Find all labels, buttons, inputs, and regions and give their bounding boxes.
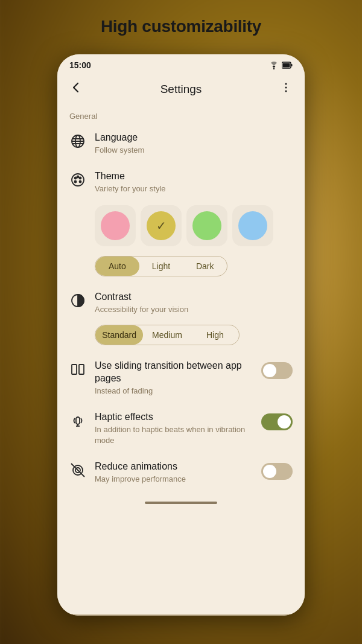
swatch-yellow-circle: ✓ — [147, 211, 176, 240]
color-swatches: ✓ — [57, 202, 305, 253]
contrast-item: Contrast Accessibility for your vision — [57, 284, 305, 322]
haptic-text: Haptic effects In addition to haptic bea… — [95, 411, 253, 446]
language-item[interactable]: Language Follow system — [57, 124, 305, 163]
swatch-pink-circle — [101, 211, 130, 240]
contrast-subtitle: Accessibility for your vision — [95, 304, 293, 315]
theme-light-btn[interactable]: Light — [139, 257, 183, 276]
swatch-yellow[interactable]: ✓ — [141, 205, 182, 246]
swatch-checkmark: ✓ — [156, 218, 167, 233]
more-button[interactable] — [277, 78, 295, 100]
globe-icon — [69, 133, 86, 150]
animations-toggle-knob — [263, 465, 276, 478]
theme-item: Theme Variety for your style — [57, 163, 305, 202]
theme-dark-btn[interactable]: Dark — [183, 257, 227, 276]
sliding-text: Use sliding transition between app pages… — [95, 360, 253, 397]
svg-point-17 — [77, 176, 79, 177]
theme-auto-btn[interactable]: Auto — [95, 257, 139, 276]
svg-point-6 — [285, 91, 287, 92]
contrast-high-btn[interactable]: High — [191, 325, 239, 345]
status-icons — [269, 61, 293, 69]
swatch-green[interactable] — [186, 205, 227, 246]
page-title-area: High customizability — [0, 17, 362, 36]
svg-rect-19 — [72, 365, 77, 374]
svg-rect-2 — [291, 64, 293, 66]
language-title: Language — [95, 132, 293, 144]
animations-icon — [69, 462, 86, 479]
animations-toggle[interactable] — [261, 463, 293, 480]
battery-icon — [282, 62, 293, 69]
language-text: Language Follow system — [95, 132, 293, 156]
phone-frame: 15:00 Settings — [57, 54, 305, 616]
contrast-medium-btn[interactable]: Medium — [143, 325, 191, 345]
swatch-pink[interactable] — [95, 205, 136, 246]
sliding-toggle-knob — [263, 364, 276, 377]
contrast-title: Contrast — [95, 291, 293, 304]
page-title: High customizability — [101, 17, 261, 36]
haptic-icon — [69, 412, 86, 429]
svg-point-14 — [80, 177, 81, 179]
sliding-item: Use sliding transition between app pages… — [57, 352, 305, 404]
contrast-toggle[interactable]: Standard Medium High — [95, 325, 240, 345]
theme-text: Theme Variety for your style — [95, 170, 293, 194]
status-bar: 15:00 — [57, 54, 305, 74]
swatch-green-circle — [192, 211, 221, 240]
settings-title: Settings — [85, 83, 277, 96]
contrast-icon — [69, 292, 86, 309]
theme-title: Theme — [95, 170, 293, 183]
svg-point-0 — [273, 68, 275, 69]
section-general-label: General — [57, 107, 305, 124]
svg-point-4 — [285, 83, 287, 85]
contrast-text: Contrast Accessibility for your vision — [95, 291, 293, 315]
animations-text: Reduce animations May improve performanc… — [95, 461, 253, 485]
svg-rect-21 — [76, 417, 80, 424]
animations-item: Reduce animations May improve performanc… — [57, 453, 305, 492]
svg-rect-3 — [283, 63, 290, 68]
haptic-item: Haptic effects In addition to haptic bea… — [57, 404, 305, 453]
svg-point-5 — [285, 87, 287, 89]
svg-rect-20 — [79, 365, 84, 374]
pages-icon — [69, 361, 86, 378]
language-subtitle: Follow system — [95, 145, 293, 156]
haptic-title: Haptic effects — [95, 411, 253, 424]
svg-point-13 — [75, 177, 77, 179]
svg-point-16 — [80, 180, 81, 182]
sliding-title: Use sliding transition between app pages — [95, 360, 253, 385]
back-button[interactable] — [67, 78, 85, 100]
theme-toggle[interactable]: Auto Light Dark — [95, 256, 227, 276]
haptic-subtitle: In addition to haptic beats when in vibr… — [95, 424, 253, 446]
swatch-blue-circle — [238, 211, 267, 240]
haptic-toggle-knob — [278, 415, 291, 429]
contrast-standard-btn[interactable]: Standard — [95, 325, 143, 345]
swatch-blue[interactable] — [232, 205, 273, 246]
bottom-indicator — [145, 502, 217, 504]
haptic-toggle[interactable] — [261, 413, 293, 430]
svg-point-15 — [75, 180, 77, 182]
animations-subtitle: May improve performance — [95, 474, 253, 485]
settings-content: General Language Follow system — [57, 107, 305, 614]
top-bar: Settings — [57, 74, 305, 107]
theme-subtitle: Variety for your style — [95, 183, 293, 194]
wifi-icon — [269, 61, 279, 69]
sliding-subtitle: Instead of fading — [95, 386, 253, 397]
palette-icon — [69, 171, 86, 188]
animations-title: Reduce animations — [95, 461, 253, 473]
status-time: 15:00 — [69, 60, 91, 70]
sliding-toggle[interactable] — [261, 362, 293, 379]
